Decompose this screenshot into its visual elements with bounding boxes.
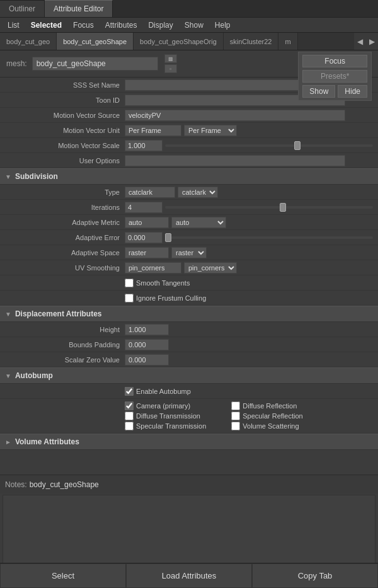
copy-tab-button[interactable]: Copy Tab (252, 563, 378, 588)
ignore-frustum-checkbox-label[interactable]: Ignore Frustum Culling (125, 294, 206, 303)
section-header-subdivision[interactable]: ▼ Subdivision (0, 168, 378, 185)
motion-vector-unit-dropdown[interactable]: Per Frame Per Second (184, 125, 237, 136)
diffuse-reflection-checkbox-label[interactable]: Diffuse Reflection (231, 401, 302, 410)
volume-scattering-checkbox-label[interactable]: Volume Scattering (231, 422, 302, 430)
displacement-arrow-icon: ▼ (5, 311, 11, 318)
height-label: Height (5, 326, 125, 333)
main-content[interactable]: SSS Set Name Toon ID Motion Vector Sourc… (0, 78, 378, 475)
menu-list[interactable]: List (3, 20, 25, 31)
specular-reflection-checkbox[interactable] (231, 412, 240, 420)
scalar-zero-value-input[interactable] (125, 354, 169, 366)
adaptive-space-label: Adaptive Space (5, 249, 125, 257)
user-options-input[interactable] (125, 155, 345, 166)
smooth-tangents-text: Smooth Tangents (136, 279, 190, 287)
node-tab-skincluster22[interactable]: skinCluster22 (224, 33, 279, 50)
enable-autobump-checkbox-label[interactable]: Enable Autobump (125, 387, 191, 396)
top-tab-bar: Outliner Attribute Editor (0, 0, 378, 18)
node-tab-body-cut-geoshapeorig[interactable]: body_cut_geoShapeOrig (134, 33, 224, 50)
mesh-input[interactable] (32, 57, 158, 71)
adaptive-error-thumb[interactable] (165, 233, 171, 242)
attr-row-motion-vector-source: Motion Vector Source (0, 108, 378, 123)
node-tab-body-cut-geo[interactable]: body_cut_geo (0, 33, 57, 50)
mesh-icon-bottom[interactable]: ▫ (164, 64, 177, 73)
adaptive-metric-input[interactable] (125, 217, 169, 228)
toon-id-label: Toon ID (5, 96, 125, 104)
height-input[interactable] (125, 324, 169, 335)
specular-transmission-checkbox[interactable] (125, 422, 134, 430)
specular-transmission-checkbox-label[interactable]: Specular Transmission (125, 422, 206, 430)
diffuse-transmission-text: Diffuse Transmission (136, 412, 200, 420)
mesh-icon-top[interactable]: ▩ (164, 54, 177, 63)
node-tab-m[interactable]: m (278, 33, 297, 50)
camera-primary-checkbox[interactable] (125, 401, 134, 410)
select-button[interactable]: Select (0, 563, 126, 588)
type-dropdown[interactable]: catclark linear (178, 187, 218, 198)
menu-selected[interactable]: Selected (26, 20, 67, 31)
uv-smoothing-dropdown[interactable]: pin_corners linear smooth (184, 262, 237, 274)
notes-value: body_cut_geoShape (30, 480, 99, 489)
menu-display[interactable]: Display (143, 20, 178, 31)
mesh-row: mesh: ▩ ▫ Focus Presets* Show Hide (0, 50, 378, 78)
attr-row-uv-smoothing: UV Smoothing pin_corners linear smooth (0, 260, 378, 275)
node-tab-next-arrow[interactable]: ▶ (366, 33, 378, 50)
motion-vector-unit-input[interactable] (125, 125, 181, 136)
uv-smoothing-input[interactable] (125, 262, 181, 274)
attr-row-smooth-tangents: Smooth Tangents (0, 275, 378, 291)
bottom-buttons: Select Load Attributes Copy Tab (0, 563, 378, 588)
specular-reflection-checkbox-label[interactable]: Specular Reflection (231, 412, 302, 420)
section-header-displacement[interactable]: ▼ Displacement Attributes (0, 306, 378, 322)
attr-row-type: Type catclark linear (0, 185, 378, 200)
attr-row-ignore-frustum: Ignore Frustum Culling (0, 291, 378, 306)
menu-help[interactable]: Help (210, 20, 236, 31)
motion-vector-source-input[interactable] (125, 110, 345, 121)
smooth-tangents-checkbox[interactable] (125, 279, 134, 287)
mesh-icon-buttons: ▩ ▫ (164, 54, 177, 73)
attr-row-enable-autobump: Enable Autobump (0, 384, 378, 399)
adaptive-space-input[interactable] (125, 247, 169, 258)
hide-button[interactable]: Hide (338, 85, 367, 98)
ignore-frustum-text: Ignore Frustum Culling (136, 294, 206, 302)
type-input[interactable] (125, 187, 175, 198)
bounds-padding-input[interactable] (125, 339, 169, 350)
iterations-thumb[interactable] (280, 203, 286, 212)
enable-autobump-checkbox[interactable] (125, 387, 134, 396)
ignore-frustum-checkbox[interactable] (125, 294, 134, 303)
notes-textarea[interactable] (3, 495, 375, 570)
iterations-track[interactable] (165, 206, 373, 209)
focus-button[interactable]: Focus (302, 55, 367, 67)
diffuse-reflection-checkbox[interactable] (231, 401, 240, 410)
motion-vector-scale-track[interactable] (165, 144, 373, 147)
adaptive-space-dropdown[interactable]: raster object (171, 247, 207, 258)
menu-show[interactable]: Show (180, 20, 209, 31)
autobump-col-left: Camera (primary) Diffuse Transmission Sp… (125, 401, 219, 430)
motion-vector-unit-container: Per Frame Per Second (125, 125, 373, 136)
adaptive-error-track[interactable] (165, 236, 373, 239)
presets-button[interactable]: Presets* (302, 70, 367, 83)
load-attributes-button[interactable]: Load Attributes (126, 563, 252, 588)
menu-focus[interactable]: Focus (68, 20, 99, 31)
tab-attribute-editor[interactable]: Attribute Editor (45, 0, 113, 17)
specular-reflection-text: Specular Reflection (243, 412, 302, 420)
notes-bar: Notes: body_cut_geoShape (0, 475, 378, 493)
diffuse-transmission-checkbox-label[interactable]: Diffuse Transmission (125, 412, 206, 420)
show-button[interactable]: Show (302, 85, 335, 98)
section-header-autobump[interactable]: ▼ Autobump (0, 367, 378, 384)
section-header-volume[interactable]: ► Volume Attributes (0, 434, 378, 450)
smooth-tangents-checkbox-label[interactable]: Smooth Tangents (125, 279, 190, 287)
motion-vector-scale-input[interactable] (125, 140, 163, 151)
camera-primary-checkbox-label[interactable]: Camera (primary) (125, 401, 206, 410)
motion-vector-scale-thumb[interactable] (294, 141, 301, 150)
uv-smoothing-container: pin_corners linear smooth (125, 262, 373, 274)
node-tab-body-cut-geoshape[interactable]: body_cut_geoShape (57, 33, 134, 50)
subdivision-arrow-icon: ▼ (5, 173, 11, 180)
diffuse-reflection-text: Diffuse Reflection (243, 402, 297, 410)
adaptive-metric-dropdown[interactable]: auto edge_length flatness (171, 217, 226, 228)
tab-outliner[interactable]: Outliner (0, 0, 45, 17)
menu-attributes[interactable]: Attributes (100, 20, 142, 31)
adaptive-error-label: Adaptive Error (5, 234, 125, 241)
diffuse-transmission-checkbox[interactable] (125, 412, 134, 420)
adaptive-error-input[interactable] (125, 232, 163, 243)
iterations-input[interactable] (125, 202, 163, 213)
volume-scattering-checkbox[interactable] (231, 422, 240, 430)
node-tab-prev-arrow[interactable]: ◀ (354, 33, 366, 50)
